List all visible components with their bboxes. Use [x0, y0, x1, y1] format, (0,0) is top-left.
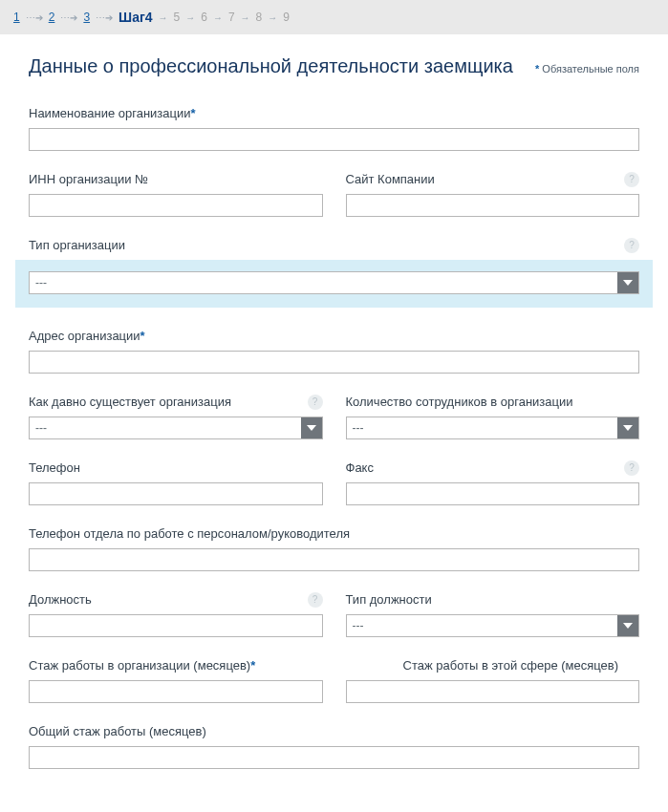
chevron-down-icon [617, 615, 638, 636]
help-icon[interactable]: ? [308, 395, 323, 410]
fax-label: Факс ? [346, 460, 640, 475]
chevron-right-icon: ⋯➔ [26, 12, 43, 23]
chevron-right-icon: ⋯➔ [60, 12, 77, 23]
step-7: 7 [228, 11, 235, 24]
step-1[interactable]: 1 [13, 11, 20, 24]
step-2[interactable]: 2 [49, 11, 55, 24]
inn-input[interactable] [29, 194, 323, 217]
phone-label: Телефон [29, 460, 323, 475]
step-current: Шаг4 [119, 10, 152, 25]
hr-phone-label: Телефон отдела по работе с персоналом/ру… [29, 526, 639, 541]
tenure-total-input[interactable] [29, 746, 639, 769]
org-type-highlight: --- [15, 260, 653, 308]
hr-phone-input[interactable] [29, 548, 639, 571]
chevron-right-icon: → [185, 12, 195, 23]
tenure-org-input[interactable] [29, 680, 323, 703]
tenure-total-label: Общий стаж работы (месяцев) [29, 724, 639, 738]
required-note: * Обязательные поля [535, 63, 639, 75]
org-name-label: Наименование организации* [29, 106, 639, 120]
website-input[interactable] [346, 194, 640, 217]
chevron-down-icon [617, 272, 638, 293]
position-input[interactable] [29, 614, 323, 637]
help-icon[interactable]: ? [624, 238, 639, 253]
step-6: 6 [201, 11, 207, 24]
page-title: Данные о профессиональной деятельности з… [29, 55, 513, 77]
headcount-select[interactable]: --- [346, 417, 640, 439]
form-content: Данные о профессиональной деятельности з… [0, 34, 668, 812]
chevron-right-icon: → [268, 12, 277, 23]
step-5: 5 [174, 11, 181, 24]
org-address-input[interactable] [29, 351, 639, 374]
tenure-org-label: Стаж работы в организации (месяцев)* [29, 658, 323, 673]
fax-input[interactable] [346, 482, 640, 505]
chevron-right-icon: ⋯➔ [96, 12, 113, 23]
chevron-right-icon: → [241, 12, 250, 23]
tenure-field-input[interactable] [346, 680, 640, 703]
position-label: Должность ? [29, 592, 323, 607]
website-label: Сайт Компании ? [346, 172, 640, 186]
org-age-label: Как давно существует организация ? [29, 395, 323, 409]
headcount-label: Количество сотрудников в организации [346, 395, 640, 409]
chevron-right-icon: → [213, 12, 223, 23]
org-type-select[interactable]: --- [29, 271, 639, 294]
position-type-label: Тип должности [346, 592, 640, 607]
org-name-input[interactable] [29, 128, 639, 151]
org-address-label: Адрес организации* [29, 329, 639, 343]
step-8: 8 [256, 11, 263, 24]
org-age-select[interactable]: --- [29, 417, 323, 439]
chevron-right-icon: → [159, 12, 168, 23]
chevron-down-icon [617, 417, 638, 438]
help-icon[interactable]: ? [308, 592, 323, 608]
org-type-label: Тип организации ? [29, 238, 639, 252]
position-type-select[interactable]: --- [346, 614, 640, 637]
help-icon[interactable]: ? [624, 460, 639, 476]
stepper: 1 ⋯➔ 2 ⋯➔ 3 ⋯➔ Шаг4 → 5 → 6 → 7 → 8 → 9 [0, 0, 668, 34]
phone-input[interactable] [29, 482, 323, 505]
chevron-down-icon [301, 417, 322, 438]
inn-label: ИНН организации № [29, 172, 323, 186]
step-9: 9 [283, 11, 290, 24]
tenure-field-label: Стаж работы в этой сфере (месяцев) [346, 658, 640, 673]
step-3[interactable]: 3 [83, 11, 90, 24]
help-icon[interactable]: ? [624, 172, 639, 187]
